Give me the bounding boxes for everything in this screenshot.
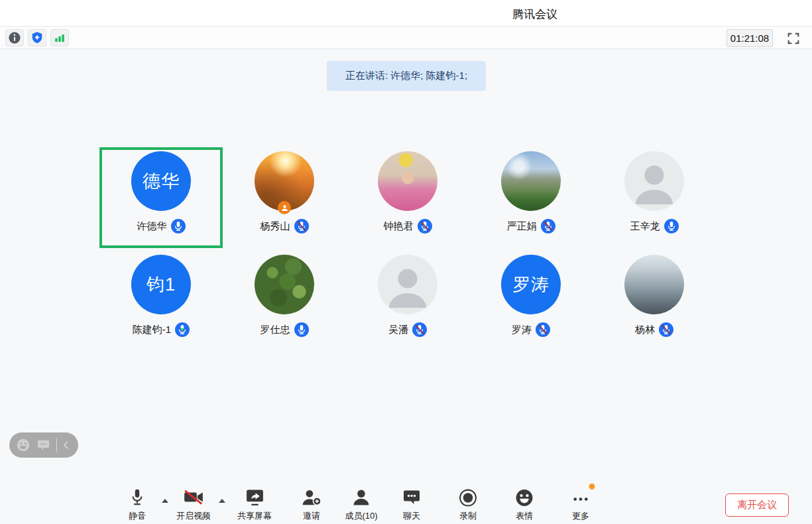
participant-name-row: 许德华 [137,219,186,233]
fullscreen-button[interactable] [785,30,802,47]
participant-name: 王辛龙 [630,220,660,233]
app-title: 腾讯会议 [512,7,557,22]
toolbar-emoji-label: 表情 [516,510,533,522]
avatar: 罗涛 [501,255,561,314]
fullscreen-icon [786,31,801,46]
members-icon [352,487,371,508]
title-bar: 腾讯会议 [0,0,812,27]
avatar [378,151,437,211]
emoji-icon [515,487,534,508]
invite-icon [302,487,322,508]
toolbar-invite-label: 邀请 [303,510,320,522]
notification-dot [589,484,595,490]
participant-name-row: 杨秀山 [261,219,309,233]
toolbar-chat-label: 聊天 [403,510,420,522]
mic-on-icon [171,219,186,233]
avatar-initials: 钧1 [146,273,176,296]
toolbar-video-label: 开启视频 [176,510,211,522]
toolbar-invite-button[interactable]: 邀请 [302,487,322,522]
participant-name: 许德华 [137,220,167,233]
toolbar-record-label: 录制 [459,510,477,522]
toolbar-chat-button[interactable]: 聊天 [402,487,421,522]
participant-tile[interactable]: 钧1陈建钧-1 [99,251,223,352]
participant-name-row: 吴潘 [388,322,427,337]
toolbar-video-button[interactable]: 开启视频 [176,487,211,522]
mic-on-icon [664,219,679,233]
participant-name-row: 杨林 [635,322,673,337]
leave-meeting-button[interactable]: 离开会议 [725,493,789,517]
avatar: 德华 [131,151,191,211]
mic-muted-icon [412,322,427,337]
participant-name-row: 钟艳君 [384,219,432,233]
avatar: 钧1 [131,255,191,314]
participant-name: 钟艳君 [384,220,414,233]
mic-icon [127,487,147,508]
meeting-info-icon [8,31,21,44]
mic-muted-icon [418,219,432,233]
toolbar-more-button[interactable]: 更多 [572,487,590,522]
reaction-quickbar [9,432,78,458]
avatar [255,255,314,314]
active-speaker-banner: 正在讲话: 许德华; 陈建钧-1; [327,61,486,91]
participant-name: 杨林 [635,324,655,336]
active-speaker-text: 正在讲话: 许德华; 陈建钧-1; [345,70,467,81]
toolbar-members-button[interactable]: 成员(10) [345,487,377,522]
participant-name: 罗仕忠 [261,324,290,336]
share-screen-icon [245,487,264,508]
avatar-placeholder [624,151,684,211]
video-options-caret[interactable] [219,499,225,503]
camera-off-icon [183,487,204,508]
participant-tile[interactable]: 杨林 [593,251,716,352]
mic-on-icon [294,322,309,337]
more-icon [572,487,590,508]
participant-tile[interactable]: 德华许德华 [99,147,223,248]
participant-tile[interactable]: 罗仕忠 [223,251,346,352]
toolbar-mute-button[interactable]: 静音 [127,487,147,522]
avatar-initials: 罗涛 [512,273,550,296]
toolbar-more-label: 更多 [572,510,589,522]
record-icon [459,487,478,508]
participant-name: 杨秀山 [261,220,290,233]
toolbar-share-button[interactable]: 共享屏幕 [237,487,272,522]
avatar-initials: 德华 [143,169,180,193]
participant-tile[interactable]: 罗涛罗涛 [469,251,593,352]
leave-meeting-label: 离开会议 [737,499,777,511]
avatar [255,151,314,211]
participant-name-row: 罗涛 [512,322,550,337]
mic-speaking-icon [175,322,190,337]
collapse-chevron-icon[interactable] [63,440,69,450]
network-quality-button[interactable] [50,29,69,46]
participant-name-row: 严正娟 [507,219,555,233]
mic-muted-icon [536,322,550,337]
mute-options-caret[interactable] [162,499,168,503]
emoji-reaction-icon[interactable] [16,438,30,452]
meeting-info-button[interactable] [5,29,24,46]
participants-row-2: 钧1陈建钧-1 罗仕忠 吴潘 罗涛罗涛 杨林 [99,251,716,352]
toolbar-record-button[interactable]: 录制 [459,487,478,522]
participant-name-row: 罗仕忠 [261,322,309,337]
toolbar-share-label: 共享屏幕 [237,510,272,522]
meeting-top-toolbar: 01:21:08 [0,27,812,49]
participant-tile[interactable]: 王辛龙 [593,147,716,248]
participant-tile[interactable]: 吴潘 [346,251,469,352]
toolbar-emoji-button[interactable]: 表情 [515,487,534,522]
security-button[interactable] [28,29,46,46]
meeting-timer: 01:21:08 [726,29,773,47]
security-shield-icon [30,31,44,44]
toolbar-members-label: 成员(10) [345,510,377,522]
chat-bubble-icon[interactable] [36,439,50,452]
mic-muted-icon [541,219,555,233]
quickbar-divider [56,438,57,452]
toolbar-mute-label: 静音 [129,510,146,522]
chat-icon [402,487,421,508]
participant-tile[interactable]: 杨秀山 [223,147,346,248]
network-quality-icon [53,31,66,44]
mic-muted-icon [294,219,309,233]
participant-tile[interactable]: 严正娟 [469,147,593,248]
participant-tile[interactable]: 钟艳君 [346,147,469,248]
mic-muted-icon [659,322,673,337]
member-role-badge [278,201,291,214]
participant-name: 严正娟 [507,220,537,233]
timer-value: 01:21:08 [730,33,769,44]
participant-name: 陈建钧-1 [133,324,171,336]
